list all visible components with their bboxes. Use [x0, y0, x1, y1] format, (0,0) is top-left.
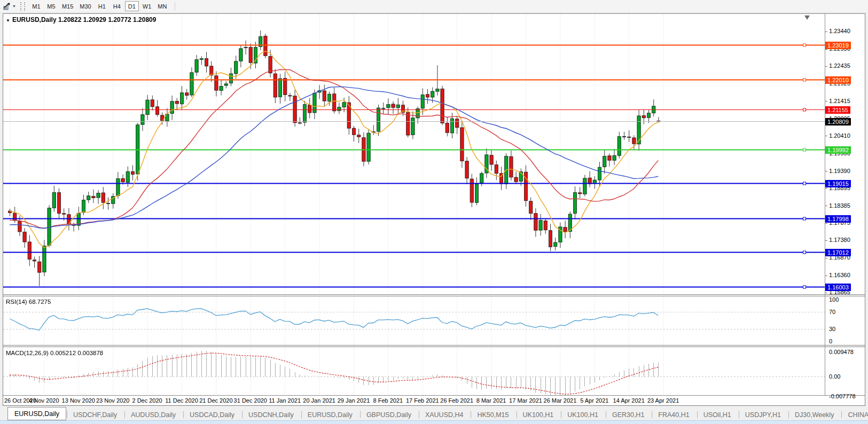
chart-tab[interactable]: USDCNH,Daily [241, 409, 301, 420]
price-level-badge: 1.22010 [825, 76, 851, 84]
price-axis[interactable]: 1.234401.229301.224351.219251.214151.209… [825, 14, 866, 395]
price-level-badge: 1.23019 [825, 42, 851, 49]
toolbar-grip [20, 2, 25, 11]
chart-tab[interactable]: USDCHF,Daily [66, 409, 124, 420]
timeframe-button[interactable]: M1 [29, 1, 43, 11]
date-axis-label: 26 Feb 2021 [440, 397, 473, 404]
tick-dash [825, 188, 827, 189]
price-axis-label: 1.22435 [825, 62, 850, 69]
price-chart-canvas[interactable] [3, 14, 825, 294]
price-axis-label: 1.19390 [825, 168, 850, 174]
timeframe-button[interactable]: W1 [140, 1, 154, 11]
timeframe-button[interactable]: M15 [59, 1, 76, 11]
rsi-axis-label: 100 [829, 296, 839, 303]
chart-window: ▼EURUSD,Daily 1.20822 1.20929 1.20772 1.… [3, 13, 865, 406]
rsi-panel-canvas[interactable] [3, 296, 825, 345]
date-axis-label: 31 Dec 2020 [234, 397, 267, 404]
price-level-badge: 1.19992 [825, 146, 851, 154]
price-axis-label: 1.21415 [825, 98, 850, 104]
timeframe-button[interactable]: MN [155, 1, 169, 11]
price-level-badge: 1.17012 [825, 249, 851, 256]
date-axis-label: 23 Apr 2021 [647, 397, 679, 404]
date-axis-label: 8 Feb 2021 [373, 397, 403, 404]
tick-dash [825, 66, 827, 67]
price-axis-label: 1.23440 [825, 28, 850, 34]
mt4-app: ▼ M1M5M15M30H1H4D1W1MN ▼EURUSD,Daily 1.2… [0, 0, 868, 424]
date-axis-label: 23 Nov 2020 [96, 397, 129, 404]
toolbar-separator [175, 2, 175, 11]
date-axis-label: 4 Nov 2020 [29, 397, 59, 404]
timeframe-button[interactable]: M5 [44, 1, 58, 11]
chart-tab[interactable]: GBPUSD,Daily [359, 409, 418, 420]
current-price-badge: 1.20809 [825, 118, 851, 125]
chart-shift-marker-icon[interactable] [804, 15, 810, 20]
macd-axis-label: 0.00 [829, 373, 840, 380]
chart-cursor-tool-icon[interactable] [2, 2, 12, 11]
date-axis[interactable]: 26 Oct 20204 Nov 202013 Nov 202023 Nov 2… [3, 396, 825, 406]
chart-tab[interactable]: AUDUSD,Daily [124, 409, 183, 420]
chart-tab[interactable]: USDJPY,H1 [738, 409, 788, 420]
chart-title: ▼EURUSD,Daily 1.20822 1.20929 1.20772 1.… [6, 16, 156, 23]
tick-dash [825, 223, 827, 224]
chart-tab[interactable]: DJ30,Weekly [788, 409, 841, 420]
chart-tab[interactable]: EURUSD,Daily [7, 407, 66, 420]
price-axis-label: 1.17380 [825, 237, 850, 243]
chart-tab[interactable]: XAUUSD,H4 [418, 409, 471, 420]
date-axis-label: 29 Jan 2021 [338, 397, 370, 404]
chart-ohlc-values: 1.20822 1.20929 1.20772 1.20809 [58, 16, 157, 23]
rsi-axis-label: 70 [829, 309, 835, 315]
timeframe-button[interactable]: H1 [95, 1, 109, 11]
chart-tab[interactable]: USDCAD,Daily [183, 409, 241, 420]
date-axis-label: 17 Feb 2021 [406, 397, 439, 404]
chart-tab[interactable]: EURUSD,Daily [301, 409, 359, 420]
date-axis-label: 5 Apr 2021 [580, 397, 608, 404]
date-axis-label: 26 Mar 2021 [544, 397, 577, 404]
date-axis-label: 21 Dec 2020 [199, 397, 232, 404]
tick-dash [825, 101, 827, 101]
chart-tab-bar: EURUSD,DailyUSDCHF,DailyAUDUSD,DailyUSDC… [0, 407, 868, 420]
rsi-axis-label: 30 [829, 326, 835, 332]
timeframe-button[interactable]: H4 [110, 1, 124, 11]
timeframe-button[interactable]: D1 [125, 1, 139, 11]
chart-tab[interactable]: HK50,M15 [470, 409, 515, 420]
chart-tab[interactable]: CHINA300,H1 [841, 409, 868, 420]
tick-dash [825, 293, 827, 293]
tick-dash [825, 136, 827, 136]
date-axis-label: 14 Apr 2021 [613, 397, 645, 404]
macd-axis-label: 0.009478 [829, 349, 854, 355]
date-axis-label: 17 Mar 2021 [509, 397, 542, 404]
chart-tabs: EURUSD,DailyUSDCHF,DailyAUDUSD,DailyUSDC… [0, 407, 868, 420]
chart-tab[interactable]: GER30,H1 [605, 409, 651, 420]
tick-dash [825, 258, 827, 258]
macd-panel-canvas[interactable] [3, 347, 825, 395]
date-axis-label: 13 Nov 2020 [62, 397, 95, 404]
chart-tab[interactable]: UK100,H1 [516, 409, 561, 420]
date-axis-label: 11 Dec 2020 [165, 397, 198, 404]
chart-tab[interactable]: FRA40,H1 [651, 409, 696, 420]
toolbar-dropdown-arrow-icon[interactable]: ▼ [12, 4, 16, 8]
date-axis-label: 11 Jan 2021 [269, 397, 301, 404]
tick-dash [825, 171, 827, 171]
macd-indicator-label: MACD(12,26,9) 0.005212 0.003878 [6, 350, 103, 356]
date-axis-label: 8 Mar 2021 [476, 397, 506, 404]
price-level-badge: 1.19015 [825, 180, 851, 187]
price-level-badge: 1.16003 [825, 284, 851, 291]
rsi-axis-label: 0 [829, 338, 832, 344]
chart-tab[interactable]: USOil,H1 [697, 409, 738, 420]
price-axis-label: 1.18385 [825, 202, 850, 209]
tick-dash [825, 32, 827, 32]
chart-tab[interactable]: UK100,H1 [560, 409, 605, 420]
chart-symbol-label: EURUSD,Daily [12, 16, 57, 23]
tick-dash [825, 206, 827, 206]
timeframe-button[interactable]: M30 [77, 1, 93, 11]
chart-title-arrow-icon: ▼ [6, 18, 10, 23]
price-axis-label: 1.16360 [825, 272, 850, 278]
tick-dash [825, 276, 827, 276]
price-level-badge: 1.21155 [825, 106, 850, 114]
date-axis-label: 2 Dec 2020 [132, 397, 162, 404]
tick-dash [825, 240, 827, 241]
date-axis-label: 20 Jan 2021 [303, 397, 335, 404]
price-level-badge: 1.17998 [825, 215, 851, 223]
price-axis-label: 1.20410 [825, 132, 850, 139]
status-strip [0, 420, 868, 424]
